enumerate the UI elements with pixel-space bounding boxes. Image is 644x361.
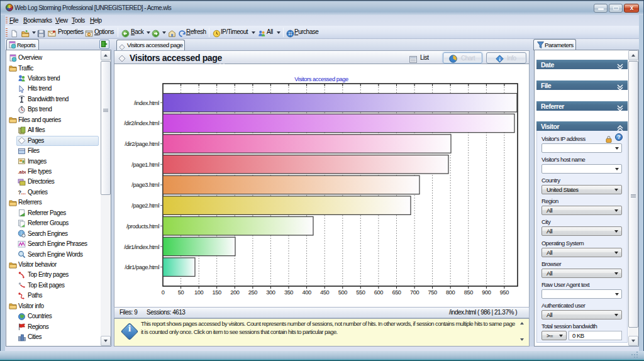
svg-text:/dir1/page.html: /dir1/page.html — [125, 264, 159, 270]
svg-text:500: 500 — [338, 289, 347, 296]
svg-text:/dir1/index.html: /dir1/index.html — [124, 244, 159, 250]
svg-text:450: 450 — [320, 289, 329, 296]
svg-text:/dir2/index.html: /dir2/index.html — [124, 120, 159, 126]
svg-text:650: 650 — [392, 289, 401, 296]
svg-text:/page3.html: /page3.html — [131, 182, 159, 188]
svg-text:150: 150 — [213, 289, 221, 296]
svg-text:/index.html: /index.html — [134, 100, 159, 106]
svg-text:900: 900 — [482, 289, 491, 296]
svg-text:Visitors accessed page: Visitors accessed page — [294, 76, 348, 82]
svg-text:.abc: .abc — [18, 169, 26, 175]
svg-text:400: 400 — [303, 289, 311, 296]
svg-text:250: 250 — [248, 289, 257, 296]
svg-text:550: 550 — [356, 289, 365, 296]
svg-text:/page1.html: /page1.html — [131, 162, 159, 168]
svg-text:0: 0 — [162, 289, 165, 296]
svg-text:100: 100 — [194, 289, 203, 296]
svg-text:/page2.html: /page2.html — [131, 203, 159, 209]
svg-text:...: ... — [21, 189, 26, 196]
svg-text:300: 300 — [266, 289, 275, 296]
svg-text:950: 950 — [500, 289, 509, 296]
svg-text:600: 600 — [374, 289, 383, 296]
svg-text:800: 800 — [446, 289, 455, 296]
svg-text:850: 850 — [464, 289, 473, 296]
svg-text:750: 750 — [428, 289, 437, 296]
svg-text:200: 200 — [230, 289, 239, 296]
svg-text:/products.html: /products.html — [126, 223, 159, 230]
svg-text:50: 50 — [178, 289, 184, 296]
svg-text:350: 350 — [284, 289, 293, 296]
svg-text:700: 700 — [410, 289, 419, 296]
svg-text:/dir2/page.html: /dir2/page.html — [125, 141, 159, 147]
